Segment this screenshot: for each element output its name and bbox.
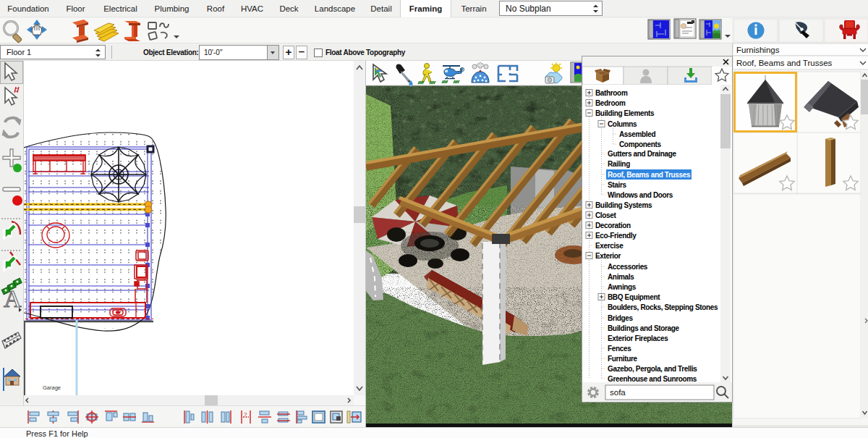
svg-text:Roof, Beams and Trusses: Roof, Beams and Trusses	[608, 171, 691, 179]
svg-text:Railing: Railing	[608, 160, 630, 168]
svg-text:Accessories: Accessories	[608, 263, 648, 271]
svg-text:Boulders, Rocks, Stepping Ston: Boulders, Rocks, Stepping Stones	[608, 303, 718, 311]
svg-text:?: ?	[244, 411, 247, 418]
svg-text:Awnings: Awnings	[608, 283, 637, 291]
svg-text:Stairs: Stairs	[608, 181, 626, 189]
svg-text:Greenhouse and Sunrooms: Greenhouse and Sunrooms	[608, 375, 697, 383]
svg-text:Furniture: Furniture	[608, 355, 638, 363]
svg-text:Fences: Fences	[608, 345, 631, 353]
svg-text:BBQ Equipment: BBQ Equipment	[608, 293, 660, 301]
svg-text:Closet: Closet	[595, 211, 616, 219]
svg-text:Components: Components	[619, 140, 661, 148]
svg-text:Exterior Fireplaces: Exterior Fireplaces	[608, 334, 668, 342]
svg-text:Building Systems: Building Systems	[595, 201, 652, 209]
svg-text:Eco-Friendly: Eco-Friendly	[595, 232, 637, 240]
svg-text:Exterior: Exterior	[595, 252, 621, 260]
svg-text:Bedroom: Bedroom	[595, 99, 626, 107]
svg-text:Garage: Garage	[43, 384, 61, 391]
svg-text:Furnishings: Furnishings	[736, 46, 780, 54]
svg-text:Animals: Animals	[608, 273, 634, 281]
svg-text:Assembled: Assembled	[619, 130, 655, 138]
svg-text:Exercise: Exercise	[595, 242, 624, 250]
svg-text:Windows and Doors: Windows and Doors	[608, 191, 673, 199]
svg-text:Columns: Columns	[608, 120, 637, 128]
svg-text:Gutters and Drainage: Gutters and Drainage	[608, 150, 676, 158]
svg-text:Bathroom: Bathroom	[595, 89, 628, 97]
svg-text:Gazebo, Pergola, and Trellis: Gazebo, Pergola, and Trellis	[608, 365, 697, 373]
svg-text:Roof, Beams and Trusses: Roof, Beams and Trusses	[736, 59, 833, 67]
svg-text:Bridges: Bridges	[608, 314, 634, 322]
svg-text:Buildings and Storage: Buildings and Storage	[608, 324, 680, 332]
svg-text:Building Elements: Building Elements	[595, 109, 655, 117]
svg-text:sofa: sofa	[610, 388, 626, 397]
svg-text:Decoration: Decoration	[595, 222, 631, 229]
